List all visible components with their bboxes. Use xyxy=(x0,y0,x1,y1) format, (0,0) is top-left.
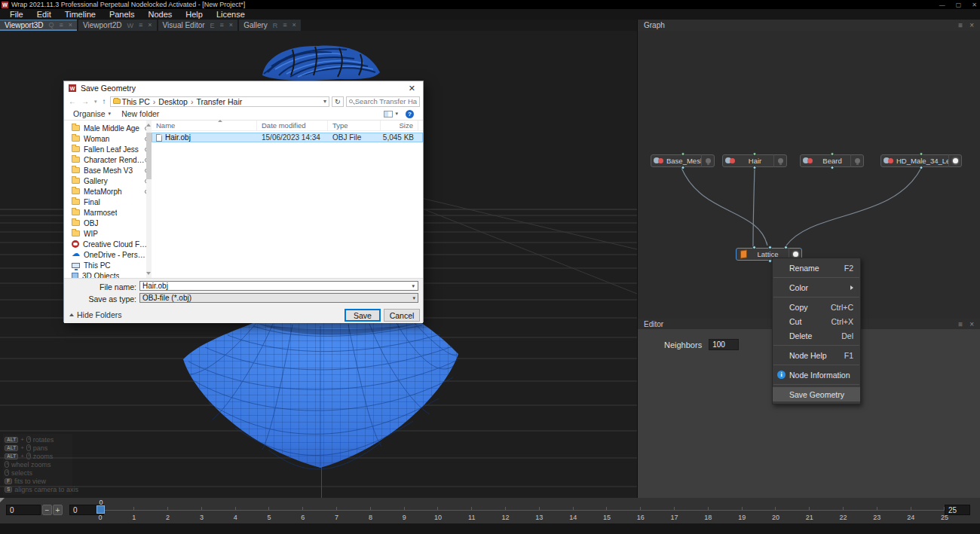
hide-folders-button[interactable]: Hide Folders xyxy=(69,310,122,319)
panel-menu-icon[interactable]: ≡ xyxy=(60,22,63,29)
close-icon[interactable]: × xyxy=(148,22,152,29)
sidebar-item[interactable]: OBJ xyxy=(64,218,151,228)
breadcrumb-segment[interactable]: Transfer Hair xyxy=(196,97,242,106)
node-input-port[interactable] xyxy=(830,152,834,156)
breadcrumb-segment[interactable]: Desktop xyxy=(158,97,196,106)
node-input-port[interactable] xyxy=(784,246,788,249)
close-icon[interactable]: × xyxy=(292,22,296,29)
history-dropdown-icon[interactable]: ▾ xyxy=(93,99,99,105)
sidebar-item[interactable]: Marmoset xyxy=(64,207,151,218)
menu-item-delete[interactable]: DeleteDel xyxy=(773,328,860,343)
sidebar-item[interactable]: This PC xyxy=(64,260,151,270)
panel-menu-icon[interactable]: ≡ xyxy=(283,22,286,29)
menu-item-save-geometry[interactable]: Save Geometry xyxy=(773,387,860,401)
close-icon[interactable]: × xyxy=(229,22,233,29)
breadcrumb-segment[interactable]: This PC xyxy=(122,97,159,106)
sidebar-item[interactable]: Final xyxy=(64,197,151,207)
close-icon[interactable]: × xyxy=(69,22,72,29)
timeline-handle[interactable] xyxy=(96,505,105,514)
sidebar-item[interactable]: OneDrive - Personal xyxy=(64,249,151,260)
panel-menu-icon[interactable]: ≡ xyxy=(958,21,963,29)
close-icon[interactable]: × xyxy=(969,21,974,29)
help-icon[interactable]: ? xyxy=(406,110,414,118)
node-input-port[interactable] xyxy=(920,152,923,156)
panel-menu-icon[interactable]: ≡ xyxy=(958,320,963,328)
graph-node[interactable]: Hair xyxy=(722,154,787,167)
organise-button[interactable]: Organise▾ xyxy=(73,109,111,118)
sidebar-item[interactable]: WIP xyxy=(64,228,151,239)
menu-item[interactable]: License xyxy=(210,10,252,19)
visibility-toggle[interactable] xyxy=(948,154,961,167)
new-folder-button[interactable]: New folder xyxy=(121,109,159,118)
frame-end-input[interactable] xyxy=(945,505,970,515)
viewport-tab[interactable]: Viewport2D W ≡ × xyxy=(78,20,157,31)
back-icon[interactable]: ← xyxy=(67,97,78,105)
visibility-toggle[interactable] xyxy=(850,154,863,167)
column-header-type[interactable]: Type xyxy=(328,121,381,131)
forward-icon[interactable]: → xyxy=(80,97,90,105)
node-output-port[interactable] xyxy=(830,166,834,169)
close-icon[interactable]: × xyxy=(969,320,974,328)
menu-item[interactable]: Panels xyxy=(103,10,142,19)
node-output-port[interactable] xyxy=(753,166,757,169)
cancel-button[interactable]: Cancel xyxy=(384,309,420,322)
panel-menu-icon[interactable]: ≡ xyxy=(139,22,142,29)
up-icon[interactable]: ↑ xyxy=(101,97,108,105)
close-icon[interactable]: ✕ xyxy=(406,84,418,93)
node-output-port[interactable] xyxy=(681,166,684,169)
sidebar-item[interactable]: Character Renders xyxy=(64,154,151,165)
node-output-port[interactable] xyxy=(920,166,923,169)
visibility-toggle[interactable] xyxy=(773,154,786,167)
menu-item-color[interactable]: Color xyxy=(773,280,860,294)
menu-item[interactable]: Nodes xyxy=(142,10,179,19)
sidebar-item[interactable]: 3D Objects xyxy=(64,270,151,278)
sidebar-item[interactable]: MetaMorph xyxy=(64,186,151,197)
menu-item-node-information[interactable]: Node Information xyxy=(773,368,860,382)
chevron-down-icon[interactable]: ▾ xyxy=(323,98,326,105)
graph-node[interactable]: HD_Male_34_Level_1 xyxy=(880,154,962,167)
node-input-port[interactable] xyxy=(768,246,772,249)
sidebar-scrollbar[interactable] xyxy=(146,121,152,278)
sidebar-item[interactable]: Fallen Leaf Jess xyxy=(64,144,151,154)
menu-item-rename[interactable]: RenameF2 xyxy=(773,261,860,275)
sidebar-item[interactable]: Gallery xyxy=(64,175,151,186)
menu-item[interactable]: Timeline xyxy=(58,10,103,19)
neighbors-input[interactable] xyxy=(709,339,739,350)
scroll-down-icon[interactable] xyxy=(146,272,151,275)
graph-node[interactable]: Beard xyxy=(800,154,864,167)
node-input-port[interactable] xyxy=(752,246,756,249)
sidebar-item[interactable]: Creative Cloud Files xyxy=(64,239,151,249)
filename-input[interactable] xyxy=(139,281,418,291)
menu-item-cut[interactable]: CutCtrl+X xyxy=(773,314,860,328)
menu-item[interactable]: Help xyxy=(179,10,210,19)
save-button[interactable]: Save xyxy=(345,309,381,322)
file-row-selected[interactable]: Hair.obj 15/06/2023 14:34 OBJ File 5,045… xyxy=(152,133,423,142)
sidebar-item[interactable]: Base Mesh V3 xyxy=(64,165,151,175)
column-header-size[interactable]: Size xyxy=(381,121,418,131)
visibility-toggle[interactable] xyxy=(701,154,714,167)
column-header-date[interactable]: Date modified xyxy=(257,121,328,131)
menu-item[interactable]: File xyxy=(3,10,30,19)
scroll-up-icon[interactable] xyxy=(146,124,151,127)
viewport-tab[interactable]: Gallery R ≡ × xyxy=(239,20,301,31)
chevron-down-icon[interactable]: ▾ xyxy=(412,283,415,289)
menu-item-copy[interactable]: CopyCtrl+C xyxy=(773,300,860,314)
sidebar-item[interactable]: Woman xyxy=(64,133,151,144)
sidebar-item[interactable]: Male Middle Age xyxy=(64,123,151,133)
node-input-port[interactable] xyxy=(681,152,684,156)
viewport-tab[interactable]: Viewport3D Q ≡ × xyxy=(0,20,77,31)
scrollbar-thumb[interactable] xyxy=(146,133,152,179)
breadcrumb[interactable]: This PCDesktopTransfer Hair ▾ xyxy=(110,96,330,107)
frame-decrement-button[interactable]: − xyxy=(42,505,52,515)
savetype-select[interactable]: OBJ-file (*.obj)▾ xyxy=(139,293,418,303)
close-icon[interactable]: ✕ xyxy=(972,2,977,8)
node-input-port[interactable] xyxy=(753,152,757,156)
graph-node[interactable]: Base_Mesh xyxy=(651,154,715,167)
frame-start-input[interactable] xyxy=(6,505,41,515)
refresh-button[interactable]: ↻ xyxy=(332,96,344,107)
panel-menu-icon[interactable]: ≡ xyxy=(220,22,224,29)
menu-item-node-help[interactable]: Node HelpF1 xyxy=(773,348,860,362)
viewport-tab[interactable]: Visual Editor E ≡ × xyxy=(158,20,238,31)
frame-increment-button[interactable]: + xyxy=(53,505,63,515)
view-mode-icon[interactable] xyxy=(384,111,393,117)
